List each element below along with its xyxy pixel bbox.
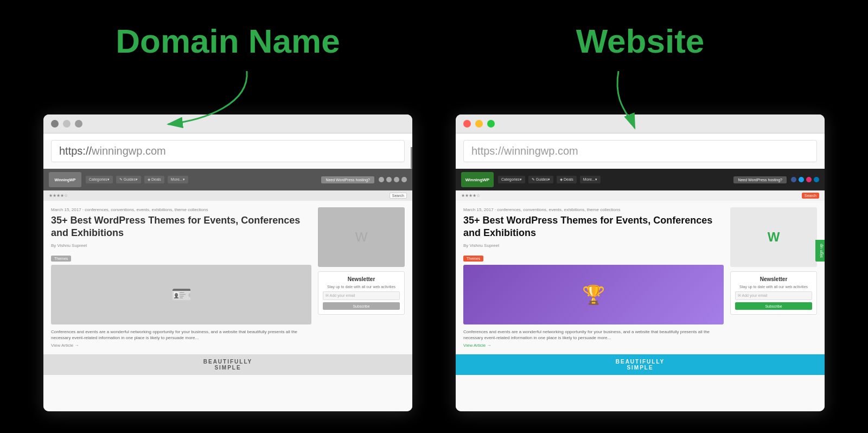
main-container: Domain Name https://winningwp.com bbox=[0, 11, 868, 422]
left-newsletter: Newsletter Stay up to date with all our … bbox=[318, 271, 405, 315]
left-article-tag: Themes bbox=[51, 256, 71, 262]
right-site-content: March 15, 2017 · conferences, convention… bbox=[456, 201, 825, 354]
right-article-image: 🏆 bbox=[463, 265, 724, 324]
right-social bbox=[791, 177, 819, 182]
right-search: Search bbox=[802, 193, 819, 199]
right-article-author: By Vishnu Supreet bbox=[463, 243, 724, 248]
left-nav-guides: ✎ Guides▾ bbox=[116, 176, 141, 183]
right-site-nav: WinningWP Categories▾ ✎ Guides▾ ◈ Deals … bbox=[456, 169, 825, 190]
right-newsletter-title: Newsletter bbox=[735, 276, 812, 282]
right-article-heading: 35+ Best WordPress Themes for Events, Co… bbox=[463, 214, 724, 240]
right-main: March 15, 2017 · conferences, convention… bbox=[463, 207, 724, 348]
right-nav-categories: Categories▾ bbox=[498, 176, 525, 183]
right-url-bar: https://winningwp.com bbox=[463, 140, 817, 162]
right-browser: https://winningwp.com WinningWP Categori… bbox=[456, 114, 825, 411]
left-panel: Domain Name https://winningwp.com bbox=[43, 22, 412, 411]
left-article-image: 🪪 bbox=[51, 265, 311, 324]
left-site-cta: Need WordPress hosting? bbox=[321, 176, 374, 183]
left-newsletter-btn: Subscribe bbox=[323, 302, 400, 310]
left-nav-more: More...▾ bbox=[168, 176, 188, 183]
right-article-tag: Themes bbox=[463, 256, 483, 262]
right-site-logo: WinningWP bbox=[461, 172, 494, 187]
right-newsletter-btn: Subscribe bbox=[735, 302, 812, 310]
left-social-li bbox=[401, 177, 407, 182]
right-bottom-banner: BEAUTIFULLYSIMPLE bbox=[456, 354, 825, 375]
left-social-fb bbox=[379, 177, 384, 182]
right-newsletter-input: ✉ Add your email bbox=[735, 291, 812, 300]
left-article-link: View Article → bbox=[51, 343, 311, 348]
domain-name-title: Domain Name bbox=[116, 22, 340, 60]
left-newsletter-title: Newsletter bbox=[323, 276, 400, 282]
right-nav-more: More...▾ bbox=[580, 176, 601, 183]
right-subnav: ★★★★☆ Search bbox=[456, 190, 825, 201]
domain-arrow bbox=[43, 66, 412, 131]
left-site-content: March 15, 2017 · conferences, convention… bbox=[43, 201, 412, 354]
left-browser: https://winningwp.com WinningWP Categori… bbox=[43, 114, 412, 411]
left-url-bar: https://winningwp.com bbox=[51, 140, 405, 162]
left-sidebar-img: W bbox=[318, 207, 405, 267]
left-site-logo: WinningWP bbox=[49, 172, 81, 187]
right-nav-guides: ✎ Guides▾ bbox=[528, 176, 553, 183]
left-article-icon: 🪪 bbox=[171, 285, 192, 304]
left-newsletter-desc: Stay up to date with all our web activit… bbox=[323, 284, 400, 289]
right-social-tw bbox=[799, 177, 804, 182]
right-sidebar-icon: W bbox=[768, 230, 780, 245]
left-social bbox=[379, 177, 407, 182]
right-sidebar-img: W bbox=[730, 207, 817, 267]
left-nav-categories: Categories▾ bbox=[86, 176, 113, 183]
right-newsletter: Newsletter Stay up to date with all our … bbox=[730, 271, 817, 315]
right-article-link: View Article → bbox=[463, 343, 724, 348]
left-site-nav: WinningWP Categories▾ ✎ Guides▾ ◈ Deals … bbox=[43, 169, 412, 190]
right-article-date: March 15, 2017 · conferences, convention… bbox=[463, 207, 724, 212]
left-article-heading: 35+ Best WordPress Themes for Events, Co… bbox=[51, 214, 311, 240]
url-prefix: https:// bbox=[59, 145, 92, 157]
right-nav-deals: ◈ Deals bbox=[557, 176, 577, 183]
left-browser-body: https://winningwp.com WinningWP Categori… bbox=[43, 140, 412, 411]
right-signup-badge: sign up bbox=[815, 240, 825, 262]
left-search: Search bbox=[390, 193, 407, 199]
website-arrow bbox=[456, 66, 825, 131]
right-nav-items: Categories▾ ✎ Guides▾ ◈ Deals More...▾ bbox=[498, 176, 729, 183]
right-social-fb bbox=[791, 177, 796, 182]
right-article-icon: 🏆 bbox=[582, 284, 605, 305]
right-site-cta: Need WordPress hosting? bbox=[733, 176, 787, 183]
right-sidebar: W sign up Newsletter Stay up to date wit… bbox=[730, 207, 817, 348]
left-newsletter-input: ✉ Add your email bbox=[323, 291, 400, 300]
website-title: Website bbox=[576, 22, 705, 60]
left-sidebar-icon: W bbox=[355, 230, 368, 245]
left-main: March 15, 2017 · conferences, convention… bbox=[51, 207, 311, 348]
left-nav-deals: ◈ Deals bbox=[144, 176, 164, 183]
left-social-ig bbox=[394, 177, 399, 182]
left-signup-badge: sign up bbox=[411, 147, 412, 169]
left-article-date: March 15, 2017 · conferences, convention… bbox=[51, 207, 311, 212]
left-social-tw bbox=[386, 177, 392, 182]
right-newsletter-desc: Stay up to date with all our web activit… bbox=[735, 284, 812, 289]
left-bottom-banner: BEAUTIFULLYSIMPLE bbox=[43, 354, 412, 375]
left-article-desc: Conferences and events are a wonderful n… bbox=[51, 329, 311, 341]
right-article-desc: Conferences and events are a wonderful n… bbox=[463, 329, 724, 341]
url-domain-left: winningwp.com bbox=[92, 145, 166, 157]
left-nav-items: Categories▾ ✎ Guides▾ ◈ Deals More...▾ bbox=[86, 176, 317, 183]
right-social-li bbox=[814, 177, 819, 182]
left-subnav: ★★★★☆ Search bbox=[43, 190, 412, 201]
left-sidebar: W sign up Newsletter Stay up to date wit… bbox=[318, 207, 405, 348]
left-article-author: By Vishnu Supreet bbox=[51, 243, 311, 248]
right-browser-body: https://winningwp.com WinningWP Categori… bbox=[456, 140, 825, 411]
right-url-full: https://winningwp.com bbox=[471, 145, 578, 157]
right-panel: Website https://winningwp.com bbox=[456, 22, 825, 411]
right-social-ig bbox=[806, 177, 812, 182]
